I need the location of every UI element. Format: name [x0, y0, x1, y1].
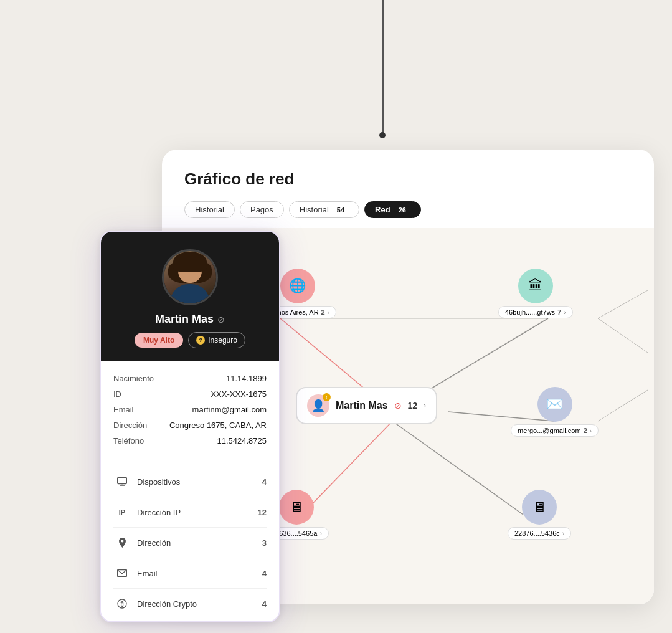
email-label[interactable]: mergo...@gmail.com 2 › [511, 424, 599, 437]
info-label-direccion: Dirección [137, 538, 262, 548]
svg-line-4 [392, 421, 523, 515]
info-crypto[interactable]: ₿ Dirección Crypto 4 [113, 589, 267, 619]
connector-line [382, 0, 384, 134]
bank-node[interactable]: 🏛 46bujh......gt7ws 7 › [498, 269, 573, 318]
detail-direccion: Dirección Congreso 1675, CABA, AR [113, 417, 267, 433]
tab-historial-badge[interactable]: Historial 54 [289, 201, 359, 218]
warning-badge: ! [323, 393, 331, 401]
profile-details: Nacimiento 11.14.1899 ID XXX-XXX-1675 Em… [101, 361, 279, 464]
details-divider [113, 454, 267, 454]
central-martin-mas-node[interactable]: 👤 ! Martin Mas ⊘ 12 › [296, 387, 437, 424]
page-title: Gráfico de red [184, 169, 632, 189]
main-card-header: Gráfico de red Historial Pagos Historial… [162, 150, 654, 218]
connector-dot [379, 132, 386, 138]
central-node-count: 12 [408, 401, 418, 411]
avatar [162, 249, 218, 305]
insecure-badge[interactable]: ? Inseguro [188, 332, 245, 348]
info-count-direccion: 3 [262, 538, 267, 548]
insecure-dot: ? [196, 336, 205, 345]
info-label-email: Email [137, 569, 262, 578]
historial-badge: 54 [333, 206, 349, 214]
info-label-dispositivos: Dispositivos [137, 477, 262, 487]
device2-circle: 🖥 [522, 490, 557, 525]
profile-ban-icon: ⊘ [217, 315, 225, 325]
svg-line-8 [598, 390, 648, 421]
crypto-icon: ₿ [113, 595, 131, 612]
device2-label[interactable]: 22876....5436c › [508, 527, 571, 540]
device1-circle: 🖥 [279, 490, 314, 525]
tabs-row: Historial Pagos Historial 54 Red 26 [184, 201, 632, 218]
central-chevron: › [424, 401, 426, 410]
red-badge: 26 [394, 206, 410, 214]
info-count-email: 4 [262, 569, 267, 578]
avatar-image [164, 251, 216, 303]
info-count-dispositivos: 4 [262, 477, 267, 487]
detail-nacimiento: Nacimiento 11.14.1899 [113, 371, 267, 386]
profile-name-row: Martin Mas ⊘ [155, 313, 225, 326]
info-email[interactable]: Email 4 [113, 558, 267, 589]
info-label-crypto: Dirección Crypto [137, 599, 262, 609]
central-node-name: Martin Mas [336, 400, 388, 411]
info-ip[interactable]: IP Dirección IP 12 [113, 497, 267, 528]
info-count-crypto: 4 [262, 599, 267, 609]
profile-card-top: Martin Mas ⊘ Muy Alto ? Inseguro [101, 232, 279, 361]
info-section: Dispositivos 4 IP Dirección IP 12 Direcc… [101, 464, 279, 621]
tab-red[interactable]: Red 26 [364, 201, 421, 218]
ip-icon: IP [113, 503, 131, 521]
tab-historial[interactable]: Historial [184, 201, 235, 218]
email-icon [113, 564, 131, 582]
location-icon [113, 534, 131, 551]
detail-email: Email martinm@gmail.com [113, 402, 267, 417]
bank-label[interactable]: 46bujh......gt7ws 7 › [498, 306, 573, 318]
profile-name: Martin Mas [155, 313, 214, 326]
info-label-ip: Dirección IP [137, 508, 258, 517]
svg-rect-9 [118, 478, 127, 484]
globe-circle: 🌐 [280, 269, 315, 303]
detail-telefono: Teléfono 11.5424.8725 [113, 433, 267, 449]
email-circle: ✉️ [537, 387, 572, 422]
detail-id: ID XXX-XXX-1675 [113, 386, 267, 402]
bank-circle: 🏛 [518, 269, 553, 303]
svg-line-7 [598, 318, 648, 353]
info-direccion[interactable]: Dirección 3 [113, 528, 267, 558]
ban-icon: ⊘ [394, 401, 402, 411]
device2-node[interactable]: 🖥 22876....5436c › [508, 490, 571, 540]
email-graph-node[interactable]: ✉️ mergo...@gmail.com 2 › [511, 387, 599, 437]
tab-pagos[interactable]: Pagos [240, 201, 284, 218]
risk-badge[interactable]: Muy Alto [135, 333, 183, 348]
svg-text:₿: ₿ [120, 601, 124, 607]
svg-line-6 [598, 290, 648, 318]
info-count-ip: 12 [258, 508, 267, 517]
info-dispositivos[interactable]: Dispositivos 4 [113, 467, 267, 497]
profile-badges: Muy Alto ? Inseguro [135, 332, 245, 348]
martin-mas-icon: 👤 ! [307, 394, 329, 417]
device-icon [113, 473, 131, 490]
profile-card: Martin Mas ⊘ Muy Alto ? Inseguro Nacimie… [100, 231, 280, 622]
